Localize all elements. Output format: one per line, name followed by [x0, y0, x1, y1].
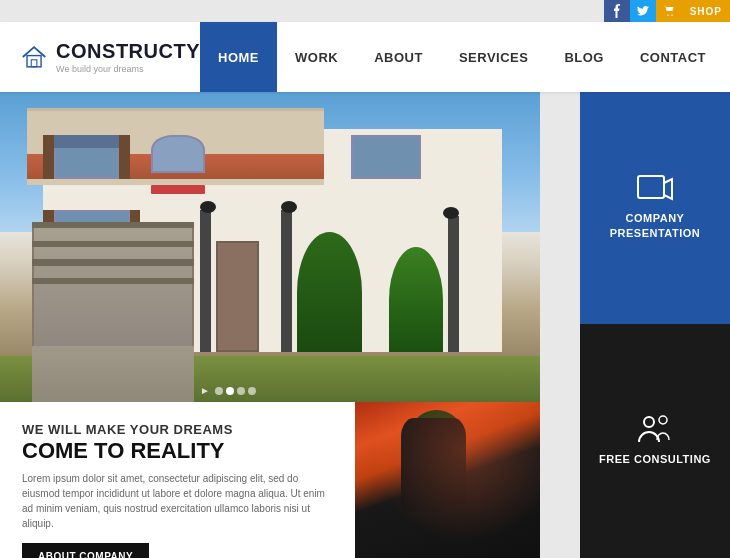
- svg-point-4: [659, 416, 667, 424]
- slide-dot-4[interactable]: [248, 387, 256, 395]
- hero-scene: [0, 92, 540, 402]
- twitter-icon[interactable]: [630, 0, 656, 22]
- slide-navigation[interactable]: ►: [200, 385, 256, 396]
- about-company-button[interactable]: ABOUT COMPANY: [22, 543, 149, 558]
- body-text: Lorem ipsum dolor sit amet, consectetur …: [22, 471, 333, 531]
- video-icon: [637, 175, 673, 203]
- free-consulting-panel[interactable]: FREE CONSULTING: [580, 324, 730, 558]
- svg-point-3: [644, 417, 654, 427]
- facebook-icon[interactable]: [604, 0, 630, 22]
- logo-icon: [20, 41, 48, 73]
- headline-sub: WE WILL MAKE YOUR DREAMS: [22, 422, 333, 437]
- slide-dot-2[interactable]: [226, 387, 234, 395]
- slide-dot-1[interactable]: [215, 387, 223, 395]
- nav-services[interactable]: SERVICES: [441, 22, 547, 92]
- bottom-section: WE WILL MAKE YOUR DREAMS COME TO REALITY…: [0, 402, 540, 558]
- page-wrapper: SHOP CONSTRUCTY We build your dreams HOM…: [0, 0, 730, 558]
- cart-icon[interactable]: [656, 0, 682, 22]
- worker-image: [355, 402, 540, 558]
- worker-figure: [355, 402, 540, 558]
- main-content: ► COMPANY PRESENTATION: [0, 92, 730, 558]
- header: CONSTRUCTY We build your dreams HOME WOR…: [0, 22, 730, 92]
- brand-tagline: We build your dreams: [56, 64, 200, 74]
- main-nav: HOME WORK ABOUT SERVICES BLOG CONTACT: [200, 22, 730, 92]
- nav-home[interactable]: HOME: [200, 22, 277, 92]
- company-presentation-panel[interactable]: COMPANY PRESENTATION: [580, 92, 730, 324]
- brand-name: CONSTRUCTY: [56, 40, 200, 63]
- shop-button[interactable]: SHOP: [682, 0, 730, 22]
- hero-image: ►: [0, 92, 540, 402]
- logo-text: CONSTRUCTY We build your dreams: [56, 40, 200, 74]
- content-block: WE WILL MAKE YOUR DREAMS COME TO REALITY…: [0, 402, 355, 558]
- svg-rect-0: [27, 56, 41, 67]
- consulting-icon: [637, 414, 673, 444]
- nav-blog[interactable]: BLOG: [546, 22, 622, 92]
- svg-rect-1: [31, 60, 37, 67]
- slide-dot-3[interactable]: [237, 387, 245, 395]
- nav-about[interactable]: ABOUT: [356, 22, 441, 92]
- headline-main: COME TO REALITY: [22, 439, 333, 463]
- side-panels: COMPANY PRESENTATION FREE CONSULTING: [580, 92, 730, 558]
- nav-contact[interactable]: CONTACT: [622, 22, 724, 92]
- company-presentation-label: COMPANY PRESENTATION: [580, 211, 730, 242]
- svg-rect-2: [638, 176, 664, 198]
- social-bar: SHOP: [604, 0, 730, 22]
- nav-work[interactable]: WORK: [277, 22, 356, 92]
- logo-area: CONSTRUCTY We build your dreams: [0, 22, 200, 92]
- free-consulting-label: FREE CONSULTING: [599, 452, 711, 467]
